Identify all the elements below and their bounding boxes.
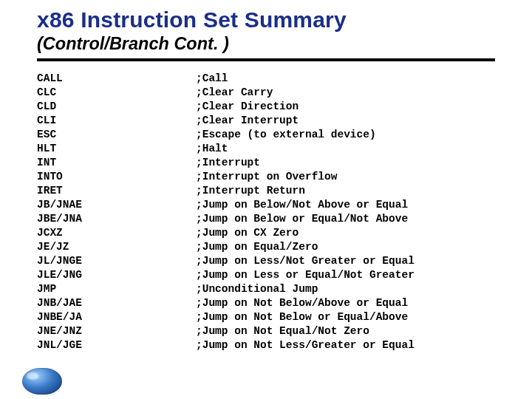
instruction-mnemonic: JBE/JNA [37, 212, 196, 226]
table-row: JNB/JAE;Jump on Not Below/Above or Equal [37, 296, 502, 310]
instruction-mnemonic: CLI [37, 114, 196, 128]
table-row: CALL;Call [37, 72, 502, 86]
instruction-description: ;Call [196, 72, 502, 86]
instruction-mnemonic: JL/JNGE [37, 254, 196, 268]
table-row: HLT;Halt [37, 142, 502, 156]
instruction-description: ;Interrupt [196, 156, 502, 170]
title-divider [37, 58, 495, 61]
instruction-mnemonic: CALL [37, 72, 196, 86]
table-row: IRET;Interrupt Return [37, 184, 502, 198]
instruction-description: ;Unconditional Jump [196, 282, 502, 296]
table-row: JCXZ;Jump on CX Zero [37, 226, 502, 240]
instruction-mnemonic: CLD [37, 100, 196, 114]
table-row: CLD;Clear Direction [37, 100, 502, 114]
table-row: INT;Interrupt [37, 156, 502, 170]
instruction-mnemonic: JB/JNAE [37, 198, 196, 212]
instruction-description: ;Clear Direction [196, 100, 502, 114]
instruction-description: ;Escape (to external device) [196, 128, 502, 142]
globe-logo-icon [22, 368, 62, 395]
table-row: JMP;Unconditional Jump [37, 282, 502, 296]
instruction-description: ;Interrupt Return [196, 184, 502, 198]
instruction-table: CALL;CallCLC;Clear CarryCLD;Clear Direct… [37, 72, 502, 352]
table-row: INTO;Interrupt on Overflow [37, 170, 502, 184]
instruction-mnemonic: INT [37, 156, 196, 170]
instruction-description: ;Clear Interrupt [196, 114, 502, 128]
page-subtitle: (Control/Branch Cont. ) [37, 34, 502, 54]
instruction-mnemonic: JNBE/JA [37, 310, 196, 324]
table-row: JNE/JNZ;Jump on Not Equal/Not Zero [37, 324, 502, 338]
table-row: JB/JNAE;Jump on Below/Not Above or Equal [37, 198, 502, 212]
table-row: JL/JNGE;Jump on Less/Not Greater or Equa… [37, 254, 502, 268]
instruction-description: ;Jump on CX Zero [196, 226, 502, 240]
table-row: CLI;Clear Interrupt [37, 114, 502, 128]
table-row: CLC;Clear Carry [37, 86, 502, 100]
instruction-description: ;Jump on Below/Not Above or Equal [196, 198, 502, 212]
page-title: x86 Instruction Set Summary [37, 7, 502, 33]
table-row: JE/JZ;Jump on Equal/Zero [37, 240, 502, 254]
instruction-mnemonic: ESC [37, 128, 196, 142]
instruction-mnemonic: JLE/JNG [37, 268, 196, 282]
instruction-description: ;Jump on Less/Not Greater or Equal [196, 254, 502, 268]
instruction-mnemonic: CLC [37, 86, 196, 100]
instruction-description: ;Halt [196, 142, 502, 156]
instruction-description: ;Jump on Not Below or Equal/Above [196, 310, 502, 324]
instruction-description: ;Jump on Not Equal/Not Zero [196, 324, 502, 338]
table-row: JNBE/JA;Jump on Not Below or Equal/Above [37, 310, 502, 324]
instruction-mnemonic: IRET [37, 184, 196, 198]
table-row: JBE/JNA;Jump on Below or Equal/Not Above [37, 212, 502, 226]
instruction-description: ;Jump on Not Below/Above or Equal [196, 296, 502, 310]
instruction-description: ;Clear Carry [196, 86, 502, 100]
table-row: JLE/JNG;Jump on Less or Equal/Not Greate… [37, 268, 502, 282]
slide: x86 Instruction Set Summary (Control/Bra… [0, 0, 532, 399]
instruction-mnemonic: JMP [37, 282, 196, 296]
instruction-description: ;Interrupt on Overflow [196, 170, 502, 184]
instruction-description: ;Jump on Less or Equal/Not Greater [196, 268, 502, 282]
instruction-mnemonic: JNE/JNZ [37, 324, 196, 338]
instruction-mnemonic: HLT [37, 142, 196, 156]
instruction-mnemonic: INTO [37, 170, 196, 184]
instruction-mnemonic: JNL/JGE [37, 338, 196, 352]
instruction-description: ;Jump on Not Less/Greater or Equal [196, 338, 502, 352]
instruction-mnemonic: JNB/JAE [37, 296, 196, 310]
instruction-description: ;Jump on Equal/Zero [196, 240, 502, 254]
instruction-mnemonic: JE/JZ [37, 240, 196, 254]
table-row: JNL/JGE;Jump on Not Less/Greater or Equa… [37, 338, 502, 352]
instruction-mnemonic: JCXZ [37, 226, 196, 240]
instruction-description: ;Jump on Below or Equal/Not Above [196, 212, 502, 226]
table-row: ESC;Escape (to external device) [37, 128, 502, 142]
